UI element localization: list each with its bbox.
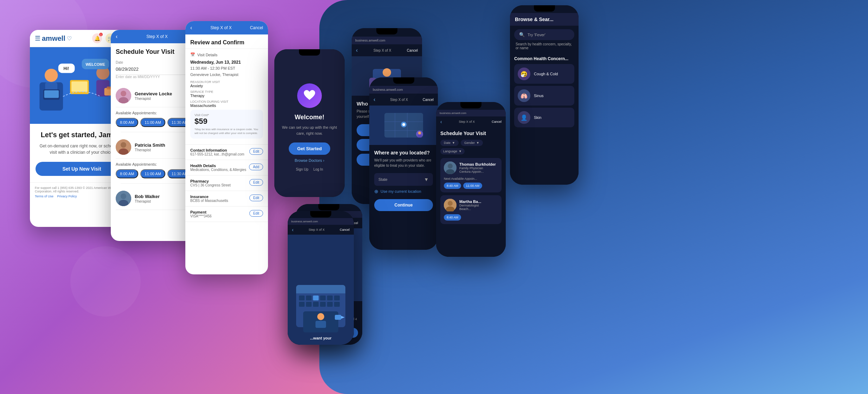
pharmacy-value: CVS | 36 Congress Street — [190, 183, 231, 187]
provider-name-1: Thomas Burkholder — [459, 162, 496, 166]
svg-point-1 — [45, 69, 58, 82]
provider-card-1[interactable]: Thomas Burkholder Family Physician Centu… — [440, 158, 502, 192]
dark-phone-calendar: business.amwell.com ‹ Step X of X Cancel — [288, 211, 354, 345]
where-step-text: Step X of X — [390, 98, 408, 102]
svg-rect-76 — [327, 302, 333, 307]
provider-avatar-1 — [444, 161, 457, 174]
payment-edit-button[interactable]: Edit — [249, 210, 263, 217]
use-location-row[interactable]: ⊕ Use my current location — [374, 189, 433, 194]
svg-rect-80 — [315, 321, 326, 328]
insurance-edit-button[interactable]: Edit — [249, 195, 263, 201]
notification-icon[interactable]: 🔔 1 — [92, 33, 102, 43]
where-cancel[interactable]: Cancel — [423, 98, 434, 102]
search-bar[interactable]: 🔍 Try 'Fever' — [514, 29, 574, 40]
dark-phone-welcome: Welcome! We can set you up with the righ… — [274, 49, 345, 197]
svg-rect-4 — [44, 90, 59, 98]
sign-up-link[interactable]: Sign Up — [296, 167, 308, 171]
slots-provider-1: 8:40 AM 11:00 AM — [444, 183, 498, 189]
logo-heart-icon: ♡ — [67, 35, 72, 42]
provider-org-2: Beach... — [459, 207, 481, 211]
back-arrow-where[interactable]: ‹ — [374, 96, 375, 103]
cal-cancel[interactable]: Cancel — [340, 228, 350, 231]
slot-p1-1[interactable]: 8:40 AM — [444, 183, 461, 189]
svg-rect-75 — [320, 302, 326, 307]
terms-link[interactable]: Terms of Use — [35, 195, 53, 198]
dark-sched-body: Schedule Your Visit Date ▼ Gender ▼ Lang… — [436, 127, 506, 257]
dark-sched-cancel[interactable]: Cancel — [492, 120, 502, 123]
svg-rect-73 — [306, 302, 312, 307]
svg-rect-66 — [299, 296, 305, 300]
back-arrow-icon[interactable]: ‹ — [116, 33, 117, 40]
slot-p2-1[interactable]: 8:40 AM — [444, 214, 461, 221]
calendar-phone-screen: business.amwell.com ‹ Step X of X Cancel — [288, 211, 354, 345]
phone-screen-3: ‹ Step X of X Cancel Review and Confirm … — [185, 21, 268, 274]
contact-edit-button[interactable]: Edit — [249, 148, 263, 155]
health-item-skin[interactable]: 👤 Skin — [514, 108, 574, 127]
dark-phone-browse: Browse & Sear... 🔍 Try 'Fever' Search by… — [510, 5, 579, 185]
phones-container: ☰ amwell ♡ 🔔 1 🛒 2 👤 — [0, 0, 868, 394]
svg-point-36 — [402, 123, 405, 126]
health-item-sinus[interactable]: 🫁 Sinus — [514, 86, 574, 106]
svg-point-25 — [383, 68, 391, 77]
svg-point-38 — [418, 132, 421, 134]
svg-rect-81 — [335, 315, 341, 320]
location-label: Location During Visit — [190, 100, 263, 103]
chevron-lang: ▼ — [459, 150, 462, 153]
sinus-label: Sinus — [534, 94, 544, 98]
health-item-cough[interactable]: 🤧 Cough & Cold — [514, 64, 574, 84]
contact-row: Contact Information 617-555-1212, kat...… — [185, 145, 268, 160]
health-label: Health Details — [190, 164, 246, 168]
provider-card-2[interactable]: Martha Ba... Dermatologist Beach... 8:40… — [440, 195, 502, 224]
url-cal-text: business.amwell.com — [291, 220, 318, 223]
browse-doctors-link[interactable]: Browse Doctors › — [295, 158, 324, 163]
visit-date: Wednesday, Jun 13, 2021 — [190, 60, 263, 65]
cost-label: Visit Cost* — [194, 113, 259, 117]
pharmacy-edit-button[interactable]: Edit — [249, 179, 263, 186]
slot-patricia-2[interactable]: 11:00 AM — [140, 169, 165, 178]
notch-browse — [534, 5, 555, 12]
url-cal: business.amwell.com — [288, 218, 354, 225]
slot-genevieve-1[interactable]: 8:00 AM — [116, 118, 138, 127]
location-row: Location During Visit Massachusetts — [190, 100, 263, 108]
search-hint-text: Search by health concern, specialty, or … — [514, 42, 574, 50]
cal-step: Step X of X — [309, 228, 325, 231]
cancel-button-3[interactable]: Cancel — [250, 25, 263, 30]
svg-rect-68 — [313, 296, 319, 300]
get-started-button[interactable]: Get Started — [289, 142, 330, 155]
privacy-link[interactable]: Privacy Policy — [57, 195, 77, 198]
language-filter[interactable]: Language ▼ — [440, 148, 465, 154]
who-cancel[interactable]: Cancel — [407, 49, 418, 52]
provider-info-2: Martha Ba... Dermatologist Beach... — [444, 199, 498, 211]
welcome-logo-circle — [297, 83, 322, 108]
back-dark-sched[interactable]: ‹ — [440, 119, 442, 125]
skin-label: Skin — [534, 115, 541, 120]
visit-details-header: 📅 Visit Details — [190, 52, 263, 57]
url-dark-sched: business.amwell.com — [436, 110, 506, 116]
continue-button[interactable]: Continue — [374, 199, 433, 211]
slot-genevieve-2[interactable]: 11:00 AM — [140, 118, 165, 127]
slot-p1-2[interactable]: 11:00 AM — [463, 183, 482, 189]
insurance-info: Insurance BCBS of Massachusetts — [190, 195, 228, 203]
review-title: Review and Confirm — [185, 34, 268, 49]
health-add-button[interactable]: Add — [249, 164, 263, 170]
step-indicator-3: Step X of X — [210, 25, 232, 30]
chevron-gender: ▼ — [476, 141, 479, 145]
contact-label: Contact Information — [190, 148, 244, 152]
state-input[interactable]: State ▼ — [374, 173, 433, 186]
where-title: Where are you located? — [374, 150, 433, 155]
where-screen: business.amwell.com ‹ Step X of X Cancel — [369, 77, 438, 250]
chevron-date: ▼ — [452, 141, 455, 145]
back-arrow-3[interactable]: ‹ — [190, 25, 192, 31]
screen3-step-header: ‹ Step X of X Cancel — [185, 21, 268, 34]
slot-patricia-1[interactable]: 8:00 AM — [116, 169, 138, 178]
pharmacy-info: Pharmacy CVS | 36 Congress Street — [190, 179, 231, 187]
pharmacy-label: Pharmacy — [190, 179, 231, 183]
hamburger-icon[interactable]: ☰ — [35, 34, 40, 42]
date-filter[interactable]: Date ▼ — [440, 140, 459, 146]
notch-found — [318, 204, 339, 210]
calendar-icon-3: 📅 — [190, 52, 195, 57]
gender-filter[interactable]: Gender ▼ — [461, 140, 483, 146]
back-arrow-who[interactable]: ‹ — [356, 47, 358, 53]
log-in-link[interactable]: Log In — [313, 167, 323, 171]
back-cal[interactable]: ‹ — [292, 227, 294, 233]
